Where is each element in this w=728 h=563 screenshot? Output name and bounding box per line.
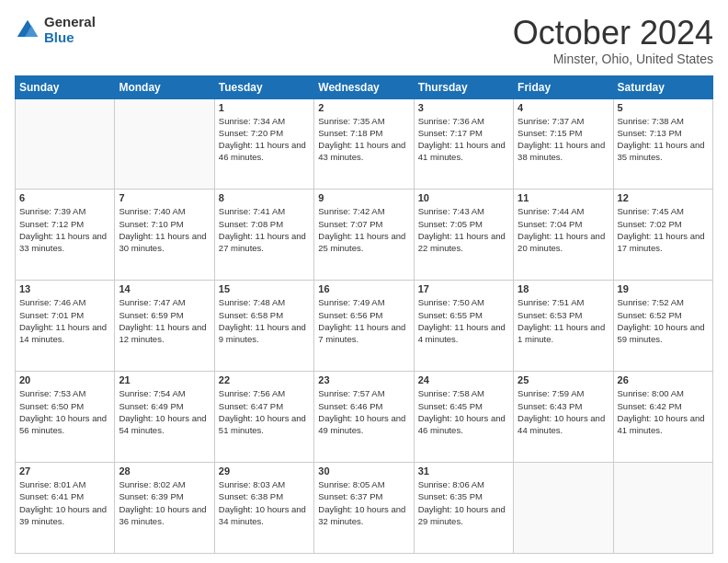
calendar-table: SundayMondayTuesdayWednesdayThursdayFrid… [15, 75, 713, 554]
cell-info: Sunrise: 7:59 AMSunset: 6:43 PMDaylight:… [518, 387, 609, 436]
weekday-header: Tuesday [214, 75, 313, 98]
logo-text: General Blue [44, 15, 96, 45]
month-title: October 2024 [513, 15, 713, 52]
cell-info: Sunrise: 7:53 AMSunset: 6:50 PMDaylight:… [19, 387, 110, 436]
calendar-cell: 17Sunrise: 7:50 AMSunset: 6:55 PMDayligh… [414, 281, 513, 372]
calendar-cell: 11Sunrise: 7:44 AMSunset: 7:04 PMDayligh… [514, 190, 613, 281]
calendar-cell: 29Sunrise: 8:03 AMSunset: 6:38 PMDayligh… [214, 463, 313, 554]
calendar-cell: 18Sunrise: 7:51 AMSunset: 6:53 PMDayligh… [514, 281, 613, 372]
day-number: 9 [318, 192, 409, 203]
day-number: 25 [518, 374, 609, 385]
day-number: 29 [219, 465, 310, 477]
day-number: 24 [418, 374, 509, 385]
location: Minster, Ohio, United States [513, 52, 713, 66]
cell-info: Sunrise: 8:00 AMSunset: 6:42 PMDaylight:… [618, 387, 709, 436]
calendar-cell: 20Sunrise: 7:53 AMSunset: 6:50 PMDayligh… [16, 372, 115, 463]
calendar-cell: 16Sunrise: 7:49 AMSunset: 6:56 PMDayligh… [314, 281, 414, 372]
day-number: 2 [318, 102, 409, 113]
day-number: 4 [518, 102, 609, 113]
cell-info: Sunrise: 7:36 AMSunset: 7:17 PMDaylight:… [418, 115, 509, 164]
cell-info: Sunrise: 7:38 AMSunset: 7:13 PMDaylight:… [618, 115, 709, 164]
day-number: 10 [418, 192, 509, 203]
cell-info: Sunrise: 7:34 AMSunset: 7:20 PMDaylight:… [219, 115, 310, 164]
cell-info: Sunrise: 7:47 AMSunset: 6:59 PMDaylight:… [119, 296, 210, 345]
calendar-cell [16, 98, 115, 190]
cell-info: Sunrise: 8:01 AMSunset: 6:41 PMDaylight:… [19, 478, 110, 527]
weekday-header: Thursday [414, 75, 513, 98]
calendar-week: 13Sunrise: 7:46 AMSunset: 7:01 PMDayligh… [16, 281, 713, 372]
weekday-header: Saturday [613, 75, 712, 98]
cell-info: Sunrise: 7:37 AMSunset: 7:15 PMDaylight:… [518, 115, 609, 164]
cell-info: Sunrise: 7:42 AMSunset: 7:07 PMDaylight:… [318, 205, 409, 254]
logo: General Blue [15, 15, 96, 45]
cell-info: Sunrise: 7:48 AMSunset: 6:58 PMDaylight:… [219, 296, 310, 345]
cell-info: Sunrise: 8:06 AMSunset: 6:35 PMDaylight:… [418, 478, 509, 527]
calendar-cell: 1Sunrise: 7:34 AMSunset: 7:20 PMDaylight… [214, 98, 313, 190]
weekday-header: Friday [514, 75, 613, 98]
logo-blue: Blue [44, 30, 96, 46]
day-number: 15 [219, 283, 310, 294]
calendar-cell: 15Sunrise: 7:48 AMSunset: 6:58 PMDayligh… [214, 281, 313, 372]
day-number: 13 [19, 283, 110, 294]
calendar-cell: 4Sunrise: 7:37 AMSunset: 7:15 PMDaylight… [514, 98, 613, 190]
day-number: 8 [219, 192, 310, 203]
day-number: 1 [219, 102, 310, 113]
calendar-cell: 7Sunrise: 7:40 AMSunset: 7:10 PMDaylight… [115, 190, 214, 281]
day-number: 26 [618, 374, 709, 385]
cell-info: Sunrise: 7:41 AMSunset: 7:08 PMDaylight:… [219, 205, 310, 254]
title-block: October 2024 Minster, Ohio, United State… [513, 15, 713, 66]
calendar-week: 20Sunrise: 7:53 AMSunset: 6:50 PMDayligh… [16, 372, 713, 463]
day-number: 14 [119, 283, 210, 294]
calendar-cell: 14Sunrise: 7:47 AMSunset: 6:59 PMDayligh… [115, 281, 214, 372]
calendar-week: 27Sunrise: 8:01 AMSunset: 6:41 PMDayligh… [16, 463, 713, 554]
logo-general: General [44, 15, 96, 30]
cell-info: Sunrise: 8:02 AMSunset: 6:39 PMDaylight:… [119, 478, 210, 527]
calendar-cell: 9Sunrise: 7:42 AMSunset: 7:07 PMDaylight… [314, 190, 414, 281]
calendar-cell: 2Sunrise: 7:35 AMSunset: 7:18 PMDaylight… [314, 98, 414, 190]
cell-info: Sunrise: 7:35 AMSunset: 7:18 PMDaylight:… [318, 115, 409, 164]
cell-info: Sunrise: 7:52 AMSunset: 6:52 PMDaylight:… [618, 296, 709, 345]
calendar-cell: 12Sunrise: 7:45 AMSunset: 7:02 PMDayligh… [613, 190, 712, 281]
weekday-header: Wednesday [314, 75, 414, 98]
cell-info: Sunrise: 7:54 AMSunset: 6:49 PMDaylight:… [119, 387, 210, 436]
calendar-cell [613, 463, 712, 554]
calendar-cell: 27Sunrise: 8:01 AMSunset: 6:41 PMDayligh… [16, 463, 115, 554]
cell-info: Sunrise: 8:03 AMSunset: 6:38 PMDaylight:… [219, 478, 310, 527]
day-number: 12 [618, 192, 709, 203]
day-number: 3 [418, 102, 509, 113]
calendar-cell: 30Sunrise: 8:05 AMSunset: 6:37 PMDayligh… [314, 463, 414, 554]
cell-info: Sunrise: 7:57 AMSunset: 6:46 PMDaylight:… [318, 387, 409, 436]
day-number: 16 [318, 283, 409, 294]
day-number: 27 [19, 465, 110, 477]
calendar-cell: 19Sunrise: 7:52 AMSunset: 6:52 PMDayligh… [613, 281, 712, 372]
page: General Blue October 2024 Minster, Ohio,… [0, 0, 728, 563]
cell-info: Sunrise: 7:49 AMSunset: 6:56 PMDaylight:… [318, 296, 409, 345]
calendar-cell: 23Sunrise: 7:57 AMSunset: 6:46 PMDayligh… [314, 372, 414, 463]
day-number: 31 [418, 465, 509, 477]
weekday-header: Monday [115, 75, 214, 98]
calendar-cell [514, 463, 613, 554]
cell-info: Sunrise: 7:56 AMSunset: 6:47 PMDaylight:… [219, 387, 310, 436]
calendar-cell: 24Sunrise: 7:58 AMSunset: 6:45 PMDayligh… [414, 372, 513, 463]
cell-info: Sunrise: 8:05 AMSunset: 6:37 PMDaylight:… [318, 478, 409, 527]
day-number: 5 [618, 102, 709, 113]
calendar-cell: 6Sunrise: 7:39 AMSunset: 7:12 PMDaylight… [16, 190, 115, 281]
day-number: 22 [219, 374, 310, 385]
cell-info: Sunrise: 7:44 AMSunset: 7:04 PMDaylight:… [518, 205, 609, 254]
day-number: 19 [618, 283, 709, 294]
calendar-cell: 10Sunrise: 7:43 AMSunset: 7:05 PMDayligh… [414, 190, 513, 281]
day-number: 18 [518, 283, 609, 294]
cell-info: Sunrise: 7:58 AMSunset: 6:45 PMDaylight:… [418, 387, 509, 436]
calendar-cell: 5Sunrise: 7:38 AMSunset: 7:13 PMDaylight… [613, 98, 712, 190]
day-number: 20 [19, 374, 110, 385]
day-number: 28 [119, 465, 210, 477]
calendar-cell: 25Sunrise: 7:59 AMSunset: 6:43 PMDayligh… [514, 372, 613, 463]
calendar-cell: 8Sunrise: 7:41 AMSunset: 7:08 PMDaylight… [214, 190, 313, 281]
cell-info: Sunrise: 7:50 AMSunset: 6:55 PMDaylight:… [418, 296, 509, 345]
calendar-week: 6Sunrise: 7:39 AMSunset: 7:12 PMDaylight… [16, 190, 713, 281]
weekday-header: Sunday [16, 75, 115, 98]
calendar-cell: 26Sunrise: 8:00 AMSunset: 6:42 PMDayligh… [613, 372, 712, 463]
calendar-cell: 31Sunrise: 8:06 AMSunset: 6:35 PMDayligh… [414, 463, 513, 554]
day-number: 6 [19, 192, 110, 203]
calendar-cell: 28Sunrise: 8:02 AMSunset: 6:39 PMDayligh… [115, 463, 214, 554]
